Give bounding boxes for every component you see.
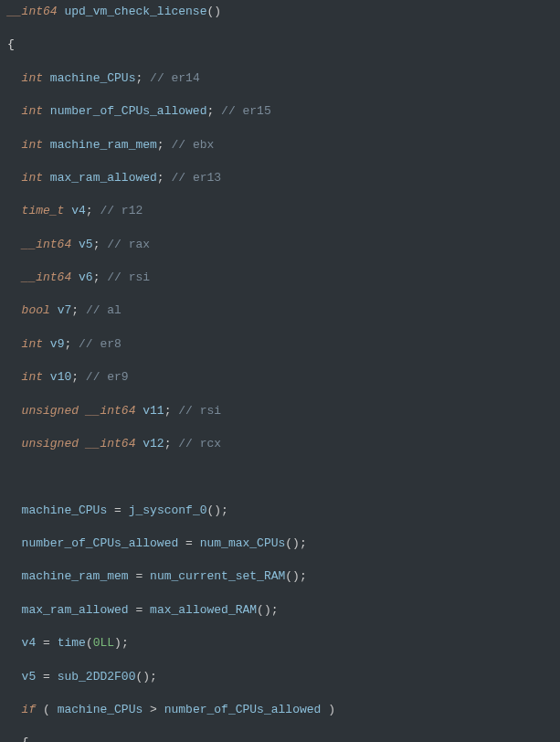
token-white xyxy=(193,536,200,550)
token-comment: // rcx xyxy=(178,437,221,450)
code-line[interactable]: __int64 v6; // rsi xyxy=(7,270,560,286)
token-type: int xyxy=(22,171,43,185)
token-punct: = xyxy=(114,504,122,517)
token-paren: (); xyxy=(135,670,156,684)
code-line[interactable]: int v9; // er8 xyxy=(7,336,560,353)
token-white xyxy=(71,270,79,284)
token-white xyxy=(7,636,22,650)
token-var: v5 xyxy=(22,670,37,684)
token-white xyxy=(50,636,58,650)
token-punct: ; xyxy=(86,204,93,217)
token-var: machine_ram_mem xyxy=(22,569,129,583)
token-type: __int64 xyxy=(22,270,72,284)
token-white xyxy=(7,204,22,217)
token-paren: ( xyxy=(43,703,58,716)
token-white xyxy=(43,370,50,384)
token-var: max_ram_allowed xyxy=(22,603,129,617)
code-line[interactable]: time_t v4; // r12 xyxy=(7,203,560,219)
code-editor[interactable]: __int64 upd_vm_check_license() { int mac… xyxy=(0,4,560,742)
token-white xyxy=(7,670,22,684)
token-func: j_sysconf_0 xyxy=(129,504,207,517)
token-var: number_of_CPUs_allowed xyxy=(50,104,207,118)
token-white xyxy=(7,303,22,317)
token-white xyxy=(7,370,22,384)
token-var: v12 xyxy=(143,437,164,450)
token-white xyxy=(7,104,22,118)
token-punct: ; xyxy=(157,138,164,152)
token-white xyxy=(71,238,79,251)
code-line[interactable]: int machine_ram_mem; // ebx xyxy=(7,137,560,154)
token-white xyxy=(50,670,58,684)
code-line[interactable]: __int64 upd_vm_check_license() xyxy=(7,4,560,20)
token-white xyxy=(43,71,50,85)
token-comment: // rax xyxy=(107,238,150,251)
token-func: time xyxy=(58,636,86,650)
token-white xyxy=(143,603,150,617)
token-white xyxy=(7,270,22,284)
token-white xyxy=(7,703,22,716)
token-punct: ; xyxy=(157,171,164,185)
code-line[interactable]: bool v7; // al xyxy=(7,302,560,319)
token-paren: (); xyxy=(207,504,228,517)
token-paren: ( xyxy=(86,636,93,650)
token-punct: ; xyxy=(71,370,79,384)
token-white xyxy=(7,71,22,85)
token-func: num_max_CPUs xyxy=(200,536,286,550)
token-white xyxy=(36,703,43,716)
token-var: machine_ram_mem xyxy=(50,138,157,152)
token-type: __int64 xyxy=(7,5,58,18)
code-line[interactable]: int max_ram_allowed; // er13 xyxy=(7,170,560,186)
token-white: { xyxy=(7,736,28,742)
token-punct: = xyxy=(43,670,50,684)
token-comment: // er15 xyxy=(221,104,271,118)
code-line[interactable]: max_ram_allowed = max_allowed_RAM(); xyxy=(7,602,560,619)
token-type: bool xyxy=(22,303,50,317)
token-white xyxy=(143,569,150,583)
token-func: upd_vm_check_license xyxy=(64,5,206,18)
code-line[interactable]: machine_CPUs = j_sysconf_0(); xyxy=(7,503,560,519)
code-line[interactable]: { xyxy=(7,37,560,53)
code-line[interactable]: unsigned __int64 v11; // rsi xyxy=(7,403,560,419)
code-line[interactable]: __int64 v5; // rax xyxy=(7,237,560,253)
token-var: number_of_CPUs_allowed xyxy=(164,703,322,716)
token-white xyxy=(143,703,150,716)
token-white xyxy=(107,504,114,517)
token-comment: // ebx xyxy=(171,138,214,152)
token-comment: // rsi xyxy=(107,270,150,284)
token-white xyxy=(7,337,22,351)
token-var: v4 xyxy=(22,636,37,650)
token-var: v6 xyxy=(79,270,93,284)
token-var: number_of_CPUs_allowed xyxy=(22,536,179,550)
token-punct: > xyxy=(150,703,157,716)
token-white xyxy=(122,504,129,517)
code-line[interactable]: unsigned __int64 v12; // rcx xyxy=(7,436,560,452)
token-white xyxy=(36,670,43,684)
token-white xyxy=(7,437,22,450)
token-var: v10 xyxy=(50,370,71,384)
token-type: int xyxy=(22,370,43,384)
token-comment: // er14 xyxy=(150,71,200,85)
token-keyword: if xyxy=(22,703,37,716)
token-white xyxy=(7,603,22,617)
token-white xyxy=(178,536,185,550)
token-number: 0LL xyxy=(93,636,114,650)
token-var: v11 xyxy=(143,404,164,418)
code-line[interactable]: v5 = sub_2DD2F00(); xyxy=(7,669,560,685)
token-white xyxy=(214,104,221,118)
code-line[interactable] xyxy=(7,469,560,485)
token-white xyxy=(7,138,22,152)
token-type: int xyxy=(22,138,43,152)
token-type: int xyxy=(22,104,43,118)
token-paren: ); xyxy=(114,636,129,650)
code-line[interactable]: int number_of_CPUs_allowed; // er15 xyxy=(7,103,560,120)
code-line[interactable]: int v10; // er9 xyxy=(7,369,560,386)
code-line[interactable]: if ( machine_CPUs > number_of_CPUs_allow… xyxy=(7,702,560,718)
code-line[interactable]: machine_ram_mem = num_current_set_RAM(); xyxy=(7,568,560,585)
code-line[interactable]: number_of_CPUs_allowed = num_max_CPUs(); xyxy=(7,535,560,552)
code-line[interactable]: v4 = time(0LL); xyxy=(7,635,560,652)
code-line[interactable]: int machine_CPUs; // er14 xyxy=(7,70,560,87)
code-line[interactable]: { xyxy=(7,735,560,742)
token-white xyxy=(7,171,22,185)
token-white xyxy=(7,569,22,583)
token-white xyxy=(79,370,86,384)
